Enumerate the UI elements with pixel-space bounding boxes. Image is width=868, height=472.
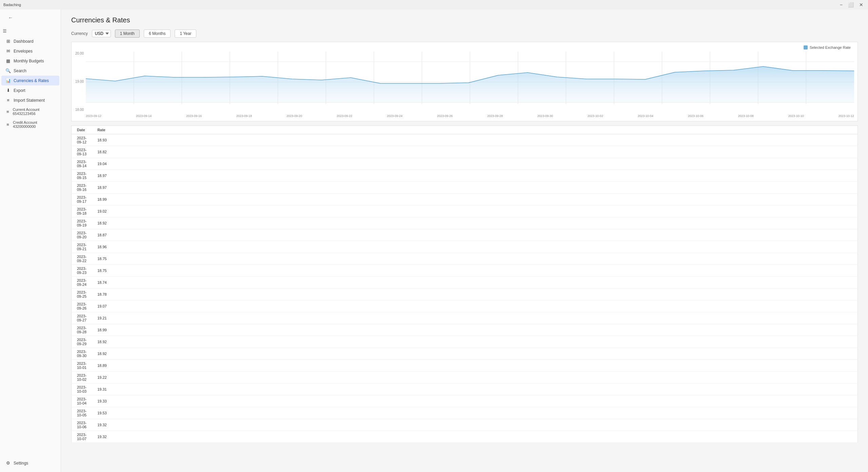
- table-cell-empty: [112, 419, 858, 431]
- close-button[interactable]: ✕: [858, 2, 865, 7]
- sidebar-header: ←: [0, 12, 61, 24]
- table-row: 2023-10-05 19.53: [72, 407, 858, 419]
- table-cell-date: 2023-09-15: [72, 170, 92, 182]
- hamburger-icon[interactable]: ☰: [0, 27, 61, 36]
- sidebar-item-credit-account[interactable]: ≡ Credit Account 43200000000: [1, 118, 59, 131]
- table-cell-empty: [112, 265, 858, 277]
- table-row: 2023-09-23 18.75: [72, 265, 858, 277]
- sidebar-item-import-statement[interactable]: ≡ Import Statement: [1, 95, 59, 105]
- table-cell-empty: [112, 431, 858, 443]
- table-cell-empty: [112, 372, 858, 383]
- table-cell-empty: [112, 336, 858, 348]
- table-cell-date: 2023-10-05: [72, 407, 92, 419]
- table-cell-date: 2023-09-26: [72, 300, 92, 312]
- monthly-budgets-icon: ▦: [5, 58, 11, 63]
- period-6months-button[interactable]: 6 Months: [144, 29, 171, 38]
- period-1month-button[interactable]: 1 Month: [115, 29, 140, 38]
- settings-icon: ⚙: [5, 460, 11, 466]
- chart-container: Selected Exchange Rate 20.00 19.00 18.00: [71, 42, 858, 121]
- table-row: 2023-09-18 19.02: [72, 205, 858, 217]
- envelopes-icon: ✉: [5, 48, 11, 54]
- currency-select[interactable]: USD EUR GBP ZAR: [92, 30, 111, 37]
- sidebar-item-label: Dashboard: [14, 39, 34, 44]
- sidebar-item-label: Export: [14, 88, 25, 93]
- sidebar-item-label: Settings: [14, 461, 28, 466]
- main-content: Currencies & Rates Currency USD EUR GBP …: [61, 9, 868, 472]
- sidebar-item-monthly-budgets[interactable]: ▦ Monthly Budgets: [1, 56, 59, 66]
- table-cell-empty: [112, 395, 858, 407]
- table-cell-rate: 18.78: [92, 289, 112, 300]
- table-row: 2023-10-07 19.32: [72, 431, 858, 443]
- y-label-top: 20.00: [74, 52, 84, 55]
- sidebar-item-label: Search: [14, 68, 26, 73]
- table-cell-rate: 18.92: [92, 348, 112, 360]
- table-cell-date: 2023-10-07: [72, 431, 92, 443]
- sidebar-item-label: Monthly Budgets: [14, 59, 44, 63]
- x-axis-labels: 2023-09-12 2023-09-14 2023-09-16 2023-09…: [86, 114, 854, 118]
- sidebar-item-label: Currencies & Rates: [14, 78, 49, 83]
- sidebar-item-dashboard[interactable]: ⊞ Dashboard: [1, 36, 59, 46]
- table-cell-empty: [112, 182, 858, 194]
- table-cell-empty: [112, 360, 858, 372]
- controls-bar: Currency USD EUR GBP ZAR 1 Month 6 Month…: [71, 29, 858, 38]
- sidebar-item-label: Import Statement: [14, 98, 45, 103]
- table-cell-date: 2023-09-25: [72, 289, 92, 300]
- back-button[interactable]: ←: [4, 14, 17, 21]
- table-cell-date: 2023-10-01: [72, 360, 92, 372]
- table-cell-date: 2023-09-27: [72, 312, 92, 324]
- table-cell-date: 2023-09-20: [72, 229, 92, 241]
- chart-svg: 2023-09-12 2023-09-14 2023-09-16 2023-09…: [86, 52, 854, 118]
- table-cell-rate: 18.99: [92, 194, 112, 205]
- app-title: Badaching: [3, 3, 21, 7]
- table-cell-rate: 18.92: [92, 336, 112, 348]
- table-cell-empty: [112, 348, 858, 360]
- export-icon: ⬇: [5, 88, 11, 93]
- table-cell-rate: 19.04: [92, 158, 112, 170]
- table-cell-empty: [112, 170, 858, 182]
- sidebar-item-export[interactable]: ⬇ Export: [1, 85, 59, 95]
- table-cell-empty: [112, 300, 858, 312]
- table-cell-rate: 18.93: [92, 134, 112, 146]
- restore-button[interactable]: ⬜: [847, 2, 855, 7]
- table-cell-empty: [112, 407, 858, 419]
- table-cell-rate: 18.97: [92, 170, 112, 182]
- table-cell-empty: [112, 253, 858, 265]
- table-cell-date: 2023-09-23: [72, 265, 92, 277]
- sidebar-item-settings[interactable]: ⚙ Settings: [1, 458, 59, 468]
- sidebar-item-current-account[interactable]: ≡ Current Account 65432123456: [1, 105, 59, 118]
- sidebar-item-currencies[interactable]: 📊 Currencies & Rates: [1, 76, 59, 85]
- table-cell-empty: [112, 229, 858, 241]
- table-cell-date: 2023-09-19: [72, 217, 92, 229]
- table-row: 2023-09-26 19.07: [72, 300, 858, 312]
- table-cell-rate: 19.33: [92, 395, 112, 407]
- sidebar: ← ☰ ⊞ Dashboard ✉ Envelopes ▦ Monthly Bu…: [0, 9, 61, 472]
- table-row: 2023-09-30 18.92: [72, 348, 858, 360]
- current-account-icon: ≡: [5, 109, 10, 114]
- table-row: 2023-10-03 19.31: [72, 383, 858, 395]
- table-row: 2023-09-17 18.99: [72, 194, 858, 205]
- table-cell-rate: 18.89: [92, 360, 112, 372]
- table-row: 2023-09-28 18.99: [72, 324, 858, 336]
- table-cell-rate: 19.22: [92, 372, 112, 383]
- sidebar-item-label: Credit Account 43200000000: [13, 120, 55, 129]
- table-cell-empty: [112, 194, 858, 205]
- table-header-empty: [112, 126, 858, 134]
- table-cell-rate: 18.75: [92, 265, 112, 277]
- table-cell-rate: 18.87: [92, 229, 112, 241]
- table-row: 2023-09-27 19.21: [72, 312, 858, 324]
- table-cell-date: 2023-09-16: [72, 182, 92, 194]
- period-1year-button[interactable]: 1 Year: [175, 29, 196, 38]
- sidebar-item-envelopes[interactable]: ✉ Envelopes: [1, 46, 59, 56]
- table-cell-date: 2023-09-14: [72, 158, 92, 170]
- table-cell-rate: 19.53: [92, 407, 112, 419]
- table-cell-date: 2023-09-28: [72, 324, 92, 336]
- table-cell-rate: 18.99: [92, 324, 112, 336]
- minimize-button[interactable]: −: [839, 2, 844, 7]
- table-cell-date: 2023-09-18: [72, 205, 92, 217]
- table-row: 2023-09-22 18.75: [72, 253, 858, 265]
- table-cell-rate: 18.82: [92, 146, 112, 158]
- table-cell-date: 2023-09-12: [72, 134, 92, 146]
- chart-svg-element: [86, 52, 854, 113]
- sidebar-item-search[interactable]: 🔍 Search: [1, 66, 59, 76]
- sidebar-bottom: ⚙ Settings: [0, 457, 61, 469]
